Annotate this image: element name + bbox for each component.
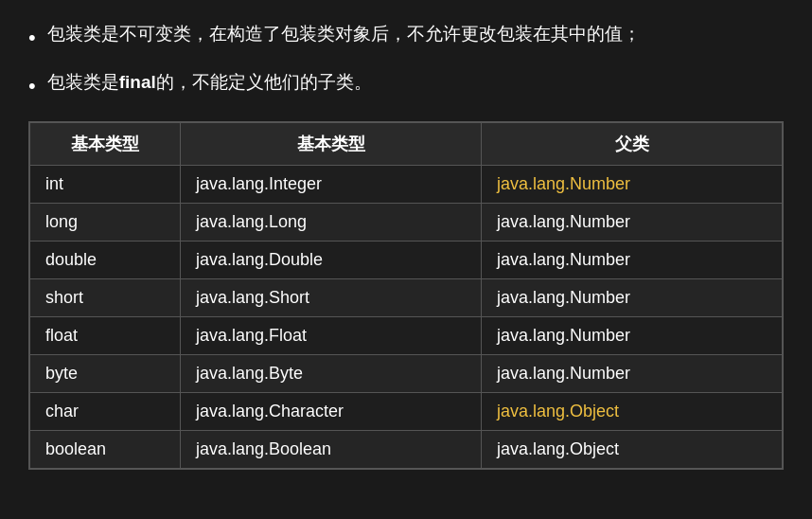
cell-primitive: long [30, 204, 181, 242]
cell-primitive: int [30, 166, 181, 204]
table-row: longjava.lang.Longjava.lang.Number [30, 204, 783, 242]
cell-wrapper: java.lang.Short [181, 279, 482, 317]
bullet-dot-2: • [28, 69, 36, 102]
cell-primitive: byte [30, 355, 181, 393]
cell-wrapper: java.lang.Character [181, 393, 482, 431]
table-header-row: 基本类型 基本类型 父类 [30, 123, 783, 166]
cell-wrapper: java.lang.Byte [181, 355, 482, 393]
cell-parent: java.lang.Object [482, 431, 783, 469]
table-row: intjava.lang.Integerjava.lang.Number [30, 166, 783, 204]
cell-parent: java.lang.Object [482, 393, 783, 431]
cell-wrapper: java.lang.Float [181, 317, 482, 355]
header-wrapper: 基本类型 [181, 123, 482, 166]
table-row: shortjava.lang.Shortjava.lang.Number [30, 279, 783, 317]
table-row: booleanjava.lang.Booleanjava.lang.Object [30, 431, 783, 469]
bullet-text-2: 包装类是final的，不能定义他们的子类。 [47, 67, 372, 97]
bullet-item-2: • 包装类是final的，不能定义他们的子类。 [28, 67, 784, 102]
bullet-list: • 包装类是不可变类，在构造了包装类对象后，不允许更改包装在其中的值； • 包装… [28, 19, 784, 102]
cell-parent: java.lang.Number [482, 204, 783, 242]
bullet-item-1: • 包装类是不可变类，在构造了包装类对象后，不允许更改包装在其中的值； [28, 19, 784, 54]
wrapper-table-container: 基本类型 基本类型 父类 intjava.lang.Integerjava.la… [28, 121, 784, 470]
cell-primitive: double [30, 242, 181, 279]
cell-parent: java.lang.Number [482, 279, 783, 317]
bullet-text-2-pre: 包装类是 [47, 72, 119, 92]
cell-wrapper: java.lang.Double [181, 242, 482, 279]
table-row: charjava.lang.Characterjava.lang.Object [30, 393, 783, 431]
table-body: intjava.lang.Integerjava.lang.Numberlong… [30, 166, 783, 469]
bullet-text-2-bold: final [119, 72, 156, 92]
table-row: floatjava.lang.Floatjava.lang.Number [30, 317, 783, 355]
wrapper-class-table: 基本类型 基本类型 父类 intjava.lang.Integerjava.la… [29, 122, 783, 469]
cell-parent: java.lang.Number [482, 242, 783, 279]
cell-primitive: short [30, 279, 181, 317]
cell-primitive: char [30, 393, 181, 431]
cell-wrapper: java.lang.Long [181, 204, 482, 242]
cell-parent: java.lang.Number [482, 166, 783, 204]
cell-parent: java.lang.Number [482, 317, 783, 355]
bullet-dot-1: • [28, 21, 36, 54]
cell-primitive: float [30, 317, 181, 355]
cell-wrapper: java.lang.Integer [181, 166, 482, 204]
header-primitive: 基本类型 [30, 123, 181, 166]
cell-primitive: boolean [30, 431, 181, 469]
cell-wrapper: java.lang.Boolean [181, 431, 482, 469]
table-row: bytejava.lang.Bytejava.lang.Number [30, 355, 783, 393]
bullet-text-2-post: 的，不能定义他们的子类。 [156, 72, 372, 92]
table-row: doublejava.lang.Doublejava.lang.Number [30, 242, 783, 279]
cell-parent: java.lang.Number [482, 355, 783, 393]
bullet-text-1: 包装类是不可变类，在构造了包装类对象后，不允许更改包装在其中的值； [47, 19, 641, 48]
header-parent: 父类 [482, 123, 783, 166]
